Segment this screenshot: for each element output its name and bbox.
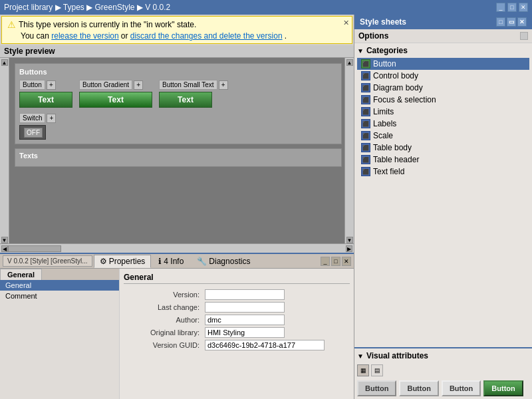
button-group-1: Button + Text: [19, 80, 72, 108]
button-group-2-add[interactable]: +: [134, 80, 143, 90]
general-tab[interactable]: General: [0, 269, 42, 280]
bottom-close-button[interactable]: ✕: [342, 257, 351, 266]
switch-add-btn[interactable]: +: [47, 114, 56, 123]
va-icon-btn-1[interactable]: ▦: [357, 364, 369, 376]
category-item-focus-selection[interactable]: ⬛ Focus & selection: [357, 94, 529, 106]
category-limits-label: Limits: [373, 107, 394, 116]
options-scroll-indicator[interactable]: [520, 32, 528, 40]
style-preview-header: Style preview: [0, 45, 354, 58]
tab-diagnostics[interactable]: 🔧 Diagnostics: [191, 255, 256, 268]
hscroll-right[interactable]: ▶: [346, 245, 352, 252]
button-group-3-header: Button Small Text +: [159, 80, 228, 90]
category-item-text-field[interactable]: ⬛ Text field: [357, 166, 529, 178]
category-item-table-body[interactable]: ⬛ Table body: [357, 142, 529, 154]
scrollbar-up[interactable]: ▲: [346, 59, 353, 66]
button-category-icon: ⬛: [361, 59, 370, 68]
scroll-down-button[interactable]: ▼: [1, 237, 8, 243]
category-button-label: Button: [373, 59, 396, 68]
switch-group: Switch + OFF: [19, 113, 56, 140]
right-ctrl-2[interactable]: ▭: [507, 17, 516, 27]
category-item-limits[interactable]: ⬛ Limits: [357, 106, 529, 118]
info-tab-icon: ℹ: [158, 257, 162, 266]
left-panel: ⚠ This type version is currently in the …: [0, 15, 354, 399]
button-groups-row: Button + Text Button Gradient +: [19, 80, 337, 108]
bottom-minimize-button[interactable]: _: [321, 257, 330, 266]
original-library-input[interactable]: [205, 327, 285, 338]
form-grid: Version: Last change: Author: Original l…: [124, 289, 350, 350]
hscroll-left[interactable]: ◀: [1, 245, 8, 252]
bottom-section: V 0.0.2 [Style] [GreenStyl... ⚙ Properti…: [0, 253, 354, 399]
tab-info[interactable]: ℹ 4 Info: [152, 255, 190, 268]
category-item-labels[interactable]: ⬛ Labels: [357, 118, 529, 130]
scroll-up-button[interactable]: ▲: [1, 59, 8, 66]
switch-control[interactable]: OFF: [19, 125, 46, 140]
table-header-category-icon: ⬛: [361, 155, 370, 164]
title-bar: Project library ▶ Types ▶ GreenStyle ▶ V…: [0, 0, 532, 15]
author-label: Author:: [150, 316, 200, 324]
version-label: Version:: [150, 291, 200, 299]
nav-item-comment[interactable]: Comment: [0, 291, 119, 301]
button-group-1-header: Button +: [19, 80, 56, 90]
button-group-1-btn[interactable]: Text: [19, 92, 72, 108]
release-version-link[interactable]: release the version: [51, 31, 118, 41]
visual-attrs-collapse-icon: ▼: [357, 352, 364, 360]
va-button-1[interactable]: Button: [357, 380, 396, 396]
va-button-4[interactable]: Button: [483, 380, 523, 396]
category-item-diagram-body[interactable]: ⬛ Diagram body: [357, 82, 529, 94]
diagram-body-category-icon: ⬛: [361, 83, 370, 92]
close-button[interactable]: ✕: [519, 3, 528, 12]
category-item-table-header[interactable]: ⬛ Table header: [357, 154, 529, 166]
visual-attributes-title: Visual attributes: [366, 351, 428, 360]
table-body-category-icon: ⬛: [361, 143, 370, 152]
version-input[interactable]: [205, 289, 285, 300]
category-scale-label: Scale: [373, 131, 393, 140]
info-tab-label: 4 Info: [164, 257, 184, 266]
bottom-maximize-button[interactable]: □: [331, 257, 340, 266]
right-ctrl-3[interactable]: ✕: [517, 17, 527, 27]
discard-changes-link[interactable]: discard the changes and delete the versi…: [130, 31, 283, 41]
category-table-body-label: Table body: [373, 143, 412, 152]
window-controls[interactable]: _ □ ✕: [496, 3, 528, 12]
categories-header[interactable]: ▼ Categories: [357, 46, 529, 55]
va-button-3[interactable]: Button: [442, 380, 481, 396]
horizontal-scrollbar[interactable]: ◀ ▶: [0, 243, 354, 253]
breadcrumb: Project library ▶ Types ▶ GreenStyle ▶ V…: [4, 3, 170, 12]
last-change-input[interactable]: [205, 302, 285, 313]
button-group-3-btn[interactable]: Text: [159, 92, 212, 108]
warning-pre-link1: You can: [21, 31, 51, 41]
button-group-3-name: Button Small Text: [159, 80, 217, 90]
category-item-button[interactable]: ⬛ Button: [357, 58, 529, 70]
warning-post-text: .: [285, 31, 287, 41]
warning-mid-text: or: [121, 31, 130, 41]
tab-properties[interactable]: ⚙ Properties: [94, 255, 152, 268]
version-guid-input[interactable]: [205, 340, 325, 350]
category-focus-selection-label: Focus & selection: [373, 95, 436, 104]
right-ctrl-1[interactable]: □: [496, 17, 505, 27]
switch-name: Switch: [19, 113, 45, 123]
button-group-3-add[interactable]: +: [219, 80, 228, 90]
category-table-header-label: Table header: [373, 155, 419, 164]
button-group-2-btn[interactable]: Text: [79, 92, 152, 108]
scrollbar-down[interactable]: ▼: [346, 237, 353, 243]
switch-row: Switch + OFF: [19, 113, 337, 140]
buttons-label: Buttons: [19, 68, 337, 76]
focus-selection-category-icon: ⬛: [361, 95, 370, 104]
vertical-scrollbar[interactable]: ▲ ▼: [344, 58, 354, 243]
va-button-2[interactable]: Button: [399, 380, 438, 396]
buttons-section: Buttons Button + Text: [15, 63, 342, 144]
labels-category-icon: ⬛: [361, 119, 370, 128]
diagnostics-tab-label: Diagnostics: [209, 257, 250, 266]
visual-attributes-section: ▼ Visual attributes ▦ ▤ Button Button Bu…: [354, 347, 532, 399]
author-input[interactable]: [205, 315, 285, 325]
limits-category-icon: ⬛: [361, 107, 370, 116]
category-item-control-body[interactable]: ⬛ Control body: [357, 70, 529, 82]
minimize-button[interactable]: _: [496, 3, 505, 12]
nav-item-general[interactable]: General: [0, 280, 119, 291]
maximize-button[interactable]: □: [507, 3, 517, 12]
category-item-scale[interactable]: ⬛ Scale: [357, 130, 529, 142]
va-icon-btn-2[interactable]: ▤: [371, 364, 383, 376]
warning-close-button[interactable]: ✕: [343, 19, 349, 27]
button-group-1-add[interactable]: +: [47, 80, 56, 90]
style-sheets-title: Style sheets: [360, 17, 406, 27]
hscroll-thumb[interactable]: [8, 245, 61, 252]
